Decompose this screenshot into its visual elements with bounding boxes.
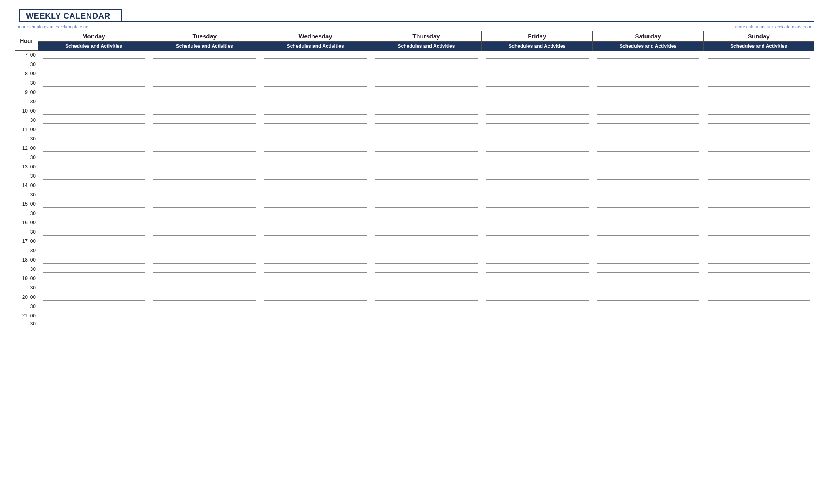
schedule-cell[interactable] [38, 97, 149, 106]
schedule-cell[interactable] [38, 79, 149, 88]
schedule-cell[interactable] [260, 69, 371, 79]
schedule-cell[interactable] [149, 255, 260, 265]
schedule-cell[interactable] [704, 97, 814, 106]
schedule-cell[interactable] [704, 172, 814, 181]
schedule-cell[interactable] [38, 321, 149, 330]
schedule-cell[interactable] [260, 190, 371, 200]
schedule-cell[interactable] [593, 302, 704, 311]
schedule-cell[interactable] [371, 255, 482, 265]
schedule-cell[interactable] [593, 246, 704, 255]
schedule-cell[interactable] [38, 200, 149, 209]
schedule-cell[interactable] [371, 97, 482, 106]
schedule-cell[interactable] [482, 172, 593, 181]
schedule-cell[interactable] [149, 274, 260, 283]
schedule-cell[interactable] [149, 106, 260, 116]
schedule-cell[interactable] [371, 51, 482, 60]
schedule-cell[interactable] [260, 97, 371, 106]
schedule-cell[interactable] [371, 144, 482, 153]
schedule-cell[interactable] [704, 153, 814, 162]
schedule-cell[interactable] [149, 60, 260, 69]
schedule-cell[interactable] [593, 106, 704, 116]
schedule-cell[interactable] [149, 283, 260, 293]
schedule-cell[interactable] [149, 97, 260, 106]
schedule-cell[interactable] [482, 106, 593, 116]
schedule-cell[interactable] [260, 228, 371, 237]
schedule-cell[interactable] [704, 88, 814, 97]
schedule-cell[interactable] [371, 116, 482, 125]
schedule-cell[interactable] [704, 190, 814, 200]
schedule-cell[interactable] [149, 144, 260, 153]
schedule-cell[interactable] [149, 293, 260, 302]
schedule-cell[interactable] [482, 162, 593, 172]
schedule-cell[interactable] [38, 69, 149, 79]
schedule-cell[interactable] [371, 311, 482, 321]
schedule-cell[interactable] [260, 106, 371, 116]
schedule-cell[interactable] [371, 209, 482, 218]
schedule-cell[interactable] [593, 321, 704, 330]
schedule-cell[interactable] [260, 181, 371, 190]
schedule-cell[interactable] [260, 209, 371, 218]
schedule-cell[interactable] [371, 283, 482, 293]
schedule-cell[interactable] [260, 246, 371, 255]
schedule-cell[interactable] [593, 218, 704, 228]
schedule-cell[interactable] [38, 106, 149, 116]
schedule-cell[interactable] [593, 283, 704, 293]
schedule-cell[interactable] [593, 79, 704, 88]
schedule-cell[interactable] [38, 190, 149, 200]
schedule-cell[interactable] [149, 88, 260, 97]
schedule-cell[interactable] [593, 311, 704, 321]
schedule-cell[interactable] [371, 218, 482, 228]
schedule-cell[interactable] [38, 153, 149, 162]
schedule-cell[interactable] [482, 228, 593, 237]
schedule-cell[interactable] [371, 125, 482, 134]
schedule-cell[interactable] [371, 228, 482, 237]
schedule-cell[interactable] [371, 181, 482, 190]
schedule-cell[interactable] [371, 134, 482, 144]
schedule-cell[interactable] [704, 274, 814, 283]
schedule-cell[interactable] [260, 144, 371, 153]
schedule-cell[interactable] [38, 134, 149, 144]
schedule-cell[interactable] [38, 209, 149, 218]
schedule-cell[interactable] [482, 60, 593, 69]
schedule-cell[interactable] [371, 265, 482, 274]
schedule-cell[interactable] [482, 255, 593, 265]
schedule-cell[interactable] [149, 218, 260, 228]
schedule-cell[interactable] [482, 134, 593, 144]
schedule-cell[interactable] [704, 265, 814, 274]
schedule-cell[interactable] [260, 237, 371, 246]
schedule-cell[interactable] [593, 265, 704, 274]
schedule-cell[interactable] [482, 311, 593, 321]
schedule-cell[interactable] [371, 153, 482, 162]
schedule-cell[interactable] [482, 79, 593, 88]
schedule-cell[interactable] [704, 60, 814, 69]
schedule-cell[interactable] [38, 162, 149, 172]
schedule-cell[interactable] [704, 237, 814, 246]
schedule-cell[interactable] [482, 125, 593, 134]
schedule-cell[interactable] [593, 293, 704, 302]
schedule-cell[interactable] [704, 209, 814, 218]
schedule-cell[interactable] [38, 228, 149, 237]
schedule-cell[interactable] [38, 172, 149, 181]
schedule-cell[interactable] [260, 302, 371, 311]
schedule-cell[interactable] [149, 311, 260, 321]
schedule-cell[interactable] [704, 246, 814, 255]
schedule-cell[interactable] [38, 60, 149, 69]
schedule-cell[interactable] [371, 172, 482, 181]
schedule-cell[interactable] [371, 237, 482, 246]
schedule-cell[interactable] [149, 302, 260, 311]
schedule-cell[interactable] [704, 125, 814, 134]
schedule-cell[interactable] [593, 181, 704, 190]
schedule-cell[interactable] [704, 69, 814, 79]
schedule-cell[interactable] [149, 181, 260, 190]
schedule-cell[interactable] [149, 125, 260, 134]
schedule-cell[interactable] [260, 293, 371, 302]
schedule-cell[interactable] [371, 88, 482, 97]
schedule-cell[interactable] [149, 265, 260, 274]
schedule-cell[interactable] [704, 200, 814, 209]
schedule-cell[interactable] [482, 153, 593, 162]
schedule-cell[interactable] [38, 51, 149, 60]
schedule-cell[interactable] [593, 153, 704, 162]
schedule-cell[interactable] [593, 125, 704, 134]
schedule-cell[interactable] [38, 144, 149, 153]
schedule-cell[interactable] [38, 88, 149, 97]
